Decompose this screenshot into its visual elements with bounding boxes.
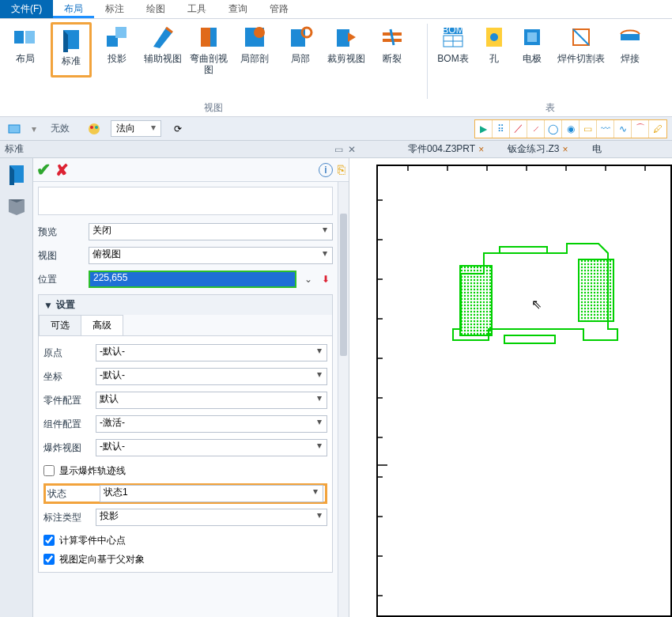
subtab-optional[interactable]: 可选 <box>39 315 81 335</box>
coord-select[interactable]: -默认- <box>96 368 327 385</box>
ribbon-weld[interactable]: 焊接 <box>613 22 647 66</box>
ribbon-electrode[interactable]: 电极 <box>515 22 549 66</box>
panel-scrollbar[interactable] <box>338 182 349 617</box>
ts-slash-icon[interactable]: 🖊 <box>649 120 666 138</box>
file-menu[interactable]: 文件(F) <box>0 0 53 18</box>
menu-tab-query[interactable]: 查询 <box>217 0 259 18</box>
annot-label: 标注类型 <box>43 511 96 524</box>
drawing-canvas[interactable]: ⇖ <box>349 158 672 617</box>
property-panel: ✔ ✘ i ⎘ 预览 关闭 视图 俯视图 位置 225,655 ⌄ ⬇ <box>33 158 349 617</box>
close-icon[interactable]: × <box>563 144 568 155</box>
svg-rect-23 <box>9 125 20 133</box>
tb-refresh-icon[interactable]: ⟳ <box>168 120 188 138</box>
view-select[interactable]: 俯视图 <box>89 247 333 264</box>
ts-rect-icon[interactable]: ▭ <box>580 120 597 138</box>
tb-config-icon[interactable] <box>5 120 25 138</box>
position-input[interactable]: 225,655 <box>89 271 296 288</box>
leftcol-book-icon[interactable] <box>6 195 28 217</box>
asmcfg-label: 组件配置 <box>43 418 96 431</box>
info-icon[interactable]: i <box>319 163 333 177</box>
svg-rect-51 <box>460 266 492 335</box>
origin-select[interactable]: -默认- <box>96 344 327 361</box>
ribbon-hole[interactable]: 孔 <box>478 22 510 66</box>
ribbon-break[interactable]: 断裂 <box>372 22 413 78</box>
ribbon-bendsection[interactable]: 弯曲剖视图 <box>188 22 229 78</box>
svg-rect-5 <box>210 28 217 47</box>
ribbon-cropview[interactable]: 裁剪视图 <box>326 22 367 78</box>
close-icon[interactable]: × <box>478 144 484 155</box>
svg-text:BOM: BOM <box>442 25 463 36</box>
ribbon-group-table-label: 表 <box>428 101 672 115</box>
doc-tab-1[interactable]: 零件004.Z3PRT× <box>408 142 484 156</box>
ts-circle1-icon[interactable]: ◯ <box>545 120 562 138</box>
ribbon-weldcut[interactable]: 焊件切割表 <box>554 22 608 66</box>
cancel-button[interactable]: ✘ <box>55 161 69 180</box>
svg-rect-21 <box>527 32 537 42</box>
left-icon-column <box>0 158 33 617</box>
tb-invalid[interactable]: 无效 <box>43 122 77 135</box>
ribbon-standard[interactable]: 标准 <box>51 22 92 78</box>
menu-tab-tools[interactable]: 工具 <box>176 0 217 18</box>
svg-point-19 <box>490 33 498 41</box>
ts-arc-icon[interactable]: ⌒ <box>632 120 649 138</box>
state-label: 状态 <box>47 487 100 501</box>
ts-line2-icon[interactable]: ⟋ <box>527 120 545 138</box>
view-orient-check[interactable]: 视图定向基于父对象 <box>43 550 327 569</box>
expand-icon[interactable]: ⎘ <box>338 163 345 177</box>
document-tabs: 零件004.Z3PRT× 钣金练习.Z3× 电 <box>361 141 672 158</box>
settings-section: ▼ 设置 可选 高级 原点-默认- 坐标-默认- 零件配置默认 组件配置-激活-… <box>38 294 333 573</box>
ts-line1-icon[interactable]: ／ <box>510 120 527 138</box>
subtab-advanced[interactable]: 高级 <box>81 315 123 335</box>
explode-select[interactable]: -默认- <box>96 439 327 456</box>
ribbon-projection[interactable]: 投影 <box>96 22 138 78</box>
ribbon: 布局 标准 投影 辅助视图 弯曲剖视图 局部剖 局部 裁剪视图 断裂 视图 BO… <box>0 19 672 117</box>
svg-rect-3 <box>115 27 126 38</box>
ok-button[interactable]: ✔ <box>36 160 51 180</box>
preview-select[interactable]: 关闭 <box>89 223 333 240</box>
svg-point-24 <box>89 123 100 134</box>
pick-point-icon[interactable]: ⬇ <box>319 272 333 286</box>
ribbon-localsection[interactable]: 局部剖 <box>234 22 275 78</box>
preview-box <box>38 187 333 215</box>
ts-wave-icon[interactable]: 〰 <box>597 120 614 138</box>
prop-header: ✔ ✘ i ⎘ <box>33 158 349 182</box>
ts-points-icon[interactable]: ⠿ <box>493 120 510 138</box>
ribbon-bom[interactable]: BOMBOM表 <box>432 22 474 66</box>
menu-tab-layout[interactable]: 布局 <box>53 0 94 18</box>
menu-tab-pipe[interactable]: 管路 <box>259 0 300 18</box>
tb-normal-select[interactable]: 法向 <box>111 120 161 137</box>
show-explode-check[interactable]: 显示爆炸轨迹线 <box>43 461 327 480</box>
menu-tab-annotate[interactable]: 标注 <box>94 0 135 18</box>
ribbon-layout[interactable]: 布局 <box>5 22 46 78</box>
partcfg-select[interactable]: 默认 <box>96 392 327 409</box>
partcfg-label: 零件配置 <box>43 394 96 407</box>
settings-header[interactable]: ▼ 设置 <box>39 295 332 315</box>
svg-rect-52 <box>579 259 613 321</box>
svg-rect-10 <box>337 29 349 47</box>
view-label: 视图 <box>38 249 89 263</box>
ts-play-icon[interactable]: ▶ <box>475 120 493 138</box>
state-select[interactable]: 状态1 <box>100 485 323 502</box>
asmcfg-select[interactable]: -激活- <box>96 415 327 433</box>
panel-close-icon[interactable]: ✕ <box>348 144 356 155</box>
tb-palette-icon[interactable] <box>84 120 104 138</box>
origin-label: 原点 <box>43 346 96 360</box>
ribbon-auxview[interactable]: 辅助视图 <box>142 22 183 78</box>
menu-bar: 文件(F) 布局 标注 绘图 工具 查询 管路 <box>0 0 672 19</box>
annot-select[interactable]: 投影 <box>96 509 327 526</box>
ts-circle2-icon[interactable]: ◉ <box>562 120 580 138</box>
workspace: ✔ ✘ i ⎘ 预览 关闭 视图 俯视图 位置 225,655 ⌄ ⬇ <box>0 158 672 617</box>
dropdown-icon[interactable]: ⌄ <box>301 272 315 286</box>
menu-tab-draw[interactable]: 绘图 <box>135 0 176 18</box>
svg-rect-50 <box>504 335 555 343</box>
calc-center-check[interactable]: 计算零件中心点 <box>43 531 327 550</box>
ts-wave2-icon[interactable]: ∿ <box>614 120 632 138</box>
ribbon-local[interactable]: 局部 <box>280 22 321 78</box>
svg-point-7 <box>254 27 265 38</box>
panel-min-icon[interactable]: ▭ <box>334 144 343 155</box>
doc-tab-3[interactable]: 电 <box>592 142 602 156</box>
doc-tab-2[interactable]: 钣金练习.Z3× <box>508 142 568 156</box>
panel-title: 标准 <box>5 142 24 156</box>
leftcol-doc-icon[interactable] <box>6 163 28 185</box>
form-area: 预览 关闭 视图 俯视图 位置 225,655 ⌄ ⬇ ▼ 设置 可选 高级 <box>33 182 338 617</box>
